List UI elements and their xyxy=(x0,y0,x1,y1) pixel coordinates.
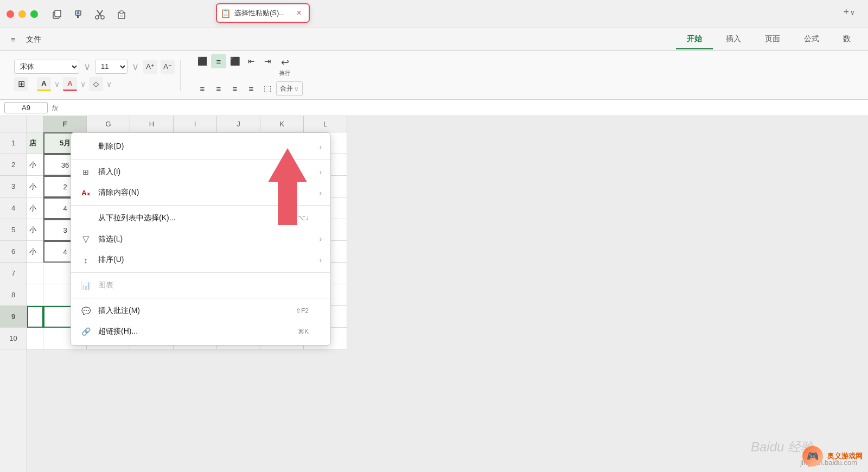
font-family-select[interactable]: 宋体 xyxy=(14,60,79,74)
cell-partial-5[interactable]: 小 xyxy=(27,219,43,241)
traffic-lights xyxy=(7,10,38,18)
row-header-3[interactable]: 3 xyxy=(0,176,27,197)
wrap-text-button[interactable]: ↩ 换行 xyxy=(276,54,293,79)
menu-item-sort[interactable]: ↕ 排序(U) › xyxy=(71,250,330,270)
hamburger-icon: ≡ xyxy=(11,35,15,44)
align-center-button[interactable]: ≡ xyxy=(211,81,226,95)
context-menu: 删除(D) › ⊞ 插入(I) › Aₓ 清除内容(N) › 从下拉列表中选择(… xyxy=(71,132,331,346)
cell-partial-4[interactable]: 小 xyxy=(27,197,43,219)
wrap-icon: ↩ xyxy=(281,56,289,68)
menu-item-hyperlink[interactable]: 🔗 超链接(H)... ⌘K xyxy=(71,321,330,342)
col-header-i[interactable]: I xyxy=(174,116,217,132)
row-header-8[interactable]: 8 xyxy=(0,284,27,306)
pick-label: 从下拉列表中选择(K)... xyxy=(98,213,175,223)
row-header-9[interactable]: 9 xyxy=(0,306,27,328)
menu-item-insert[interactable]: ⊞ 插入(I) › xyxy=(71,162,330,182)
cell-partial-2[interactable]: 小 xyxy=(27,154,43,176)
col-header-h[interactable]: H xyxy=(130,116,174,132)
merge-button[interactable]: 合并 ∨ xyxy=(276,81,303,96)
fill-color-dropdown[interactable]: ∨ xyxy=(54,80,60,88)
indent-decrease-button[interactable]: ⇤ xyxy=(244,54,259,68)
align-right-button[interactable]: ≡ xyxy=(227,81,242,95)
align-middle-button[interactable]: ≡ xyxy=(211,54,226,68)
ribbon-align-group: ⬛ ≡ ⬛ ⇤ ⇥ ↩ 换行 ≡ ≡ ≡ ≡ ⬚ 合并 ∨ xyxy=(189,54,308,96)
cell-partial-6[interactable]: 小 xyxy=(27,241,43,263)
copy-button[interactable] xyxy=(47,4,66,24)
cell-partial-8[interactable] xyxy=(27,284,43,306)
close-button[interactable] xyxy=(7,10,14,18)
row-header-1[interactable]: 1 xyxy=(0,132,27,154)
col-header-j[interactable]: J xyxy=(217,116,260,132)
clear-chevron: › xyxy=(320,189,322,197)
sort-chevron: › xyxy=(320,256,322,264)
col-header-partial[interactable] xyxy=(27,116,43,132)
format-painter-button[interactable]: A xyxy=(68,4,88,24)
row-header-5[interactable]: 5 xyxy=(0,219,27,241)
cut-button[interactable] xyxy=(90,4,110,24)
tab-home[interactable]: 开始 xyxy=(676,30,713,49)
row-header-2[interactable]: 2 xyxy=(0,154,27,176)
svg-point-7 xyxy=(95,16,99,19)
paste-button[interactable] xyxy=(112,4,131,24)
filter-label: 筛选(L) xyxy=(98,234,123,244)
menu-item-clear[interactable]: Aₓ 清除内容(N) › xyxy=(71,182,330,203)
row-header-7[interactable]: 7 xyxy=(0,263,27,284)
fill-color-icon: A xyxy=(41,79,46,87)
menu-item-pick[interactable]: 从下拉列表中选择(K)... ⌥↓ xyxy=(71,208,330,228)
font-family-chevron: ∨ xyxy=(82,61,92,73)
col-header-g[interactable]: G xyxy=(87,116,130,132)
menu-item-comment[interactable]: 💬 插入批注(M) ⇧F2 xyxy=(71,301,330,321)
col-header-l[interactable]: L xyxy=(304,116,347,132)
cell-partial-10[interactable] xyxy=(27,328,43,349)
maximize-button[interactable] xyxy=(30,10,38,18)
paste-special-close[interactable]: × xyxy=(292,7,305,20)
tab-formula[interactable]: 公式 xyxy=(793,30,830,49)
row-header-6[interactable]: 6 xyxy=(0,241,27,263)
col-header-k[interactable]: K xyxy=(260,116,304,132)
font-grow-button[interactable]: A⁺ xyxy=(143,60,157,74)
menu-item-delete[interactable]: 删除(D) › xyxy=(71,136,330,157)
font-color-dropdown[interactable]: ∨ xyxy=(80,80,86,88)
cell-partial-1[interactable]: 店 xyxy=(27,132,43,154)
clear-format-button[interactable]: ◇ xyxy=(89,77,103,91)
cell-partial-7[interactable] xyxy=(27,263,43,284)
border-button[interactable]: ⊞ xyxy=(14,77,28,91)
menu-icon-button[interactable]: ≡ xyxy=(7,33,20,46)
cell-partial-9[interactable] xyxy=(27,306,43,328)
align-justify-button[interactable]: ≡ xyxy=(244,81,259,95)
indent-increase-button[interactable]: ⇥ xyxy=(260,54,275,68)
row-header-10[interactable]: 10 xyxy=(0,328,27,349)
cell-partial-3[interactable]: 小 xyxy=(27,176,43,197)
hyperlink-icon: 🔗 xyxy=(80,327,92,336)
new-tab-button[interactable]: + ∨ xyxy=(839,4,859,20)
tab-page[interactable]: 页面 xyxy=(754,30,791,49)
font-color-button[interactable]: A xyxy=(63,77,77,91)
col-header-f[interactable]: F xyxy=(43,116,87,132)
fill-color-button[interactable]: A xyxy=(37,77,51,91)
sort-icon: ↕ xyxy=(80,256,92,265)
cell-reference-input[interactable] xyxy=(4,102,48,113)
distribute-button[interactable]: ⬚ xyxy=(260,81,275,95)
minimize-button[interactable] xyxy=(18,10,26,18)
file-label: 文件 xyxy=(26,35,41,44)
insert-label: 插入(I) xyxy=(98,167,120,177)
tab-insert[interactable]: 插入 xyxy=(715,30,752,49)
font-size-select[interactable]: 11 xyxy=(95,60,127,74)
paste-special-label[interactable]: 选择性粘贴(S)... xyxy=(234,8,285,18)
ribbon-font-group: 宋体 ∨ 11 ∨ A⁺ A⁻ ⊞ A ∨ A ∨ xyxy=(9,60,181,91)
clear-format-dropdown[interactable]: ∨ xyxy=(106,80,112,88)
tab-data[interactable]: 数 xyxy=(832,30,861,49)
formula-input[interactable] xyxy=(62,104,864,112)
header-corner xyxy=(0,116,27,132)
chart-icon: 📊 xyxy=(80,280,92,290)
align-bottom-button[interactable]: ⬛ xyxy=(227,54,242,68)
row-headers: 1 2 3 4 5 6 7 8 9 10 xyxy=(0,116,27,472)
divider-1 xyxy=(71,159,330,160)
align-left-button[interactable]: ≡ xyxy=(195,81,210,95)
font-shrink-button[interactable]: A⁻ xyxy=(161,60,175,74)
row-header-4[interactable]: 4 xyxy=(0,197,27,219)
menu-item-filter[interactable]: ▽ 筛选(L) › xyxy=(71,228,330,250)
paste-special-popup[interactable]: 📋 选择性粘贴(S)... × xyxy=(216,3,310,23)
align-top-button[interactable]: ⬛ xyxy=(195,54,210,68)
file-menu-item[interactable]: 文件 xyxy=(22,33,46,47)
